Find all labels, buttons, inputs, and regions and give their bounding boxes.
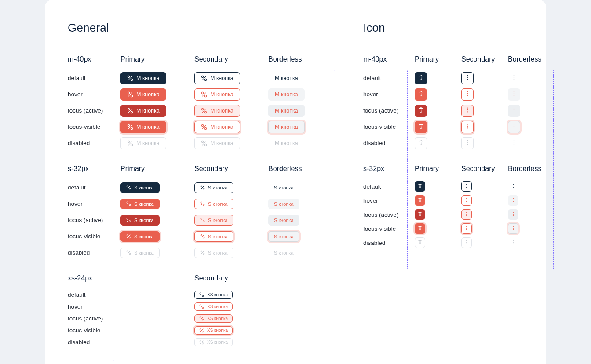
btn-s-borderless-focusvisible[interactable]: S кнопка (268, 231, 299, 242)
btn-m-primary-hover[interactable]: М кнопка (120, 88, 166, 101)
percent-icon (127, 108, 133, 114)
iconbtn-m-primary-active[interactable] (415, 105, 427, 117)
iconbtn-m-secondary-focusvisible[interactable] (461, 121, 474, 133)
dots-vertical-icon (511, 107, 517, 114)
btn-m-secondary-focusvisible[interactable]: М кнопка (194, 121, 240, 133)
state-hover: hover (363, 197, 378, 204)
btn-m-primary-focusvisible[interactable]: М кнопка (120, 121, 166, 133)
btn-s-secondary-active[interactable]: S кнопка (194, 215, 233, 226)
iconbtn-m-primary-default[interactable] (415, 72, 427, 84)
state-focus-active: focus (active) (68, 217, 103, 223)
btn-label: М кнопка (275, 140, 298, 146)
btn-label: М кнопка (136, 124, 160, 130)
iconbtn-s-borderless-active[interactable] (508, 209, 518, 220)
percent-icon (201, 75, 207, 81)
state-hover: hover (68, 91, 83, 98)
iconbtn-s-secondary-active[interactable] (461, 209, 472, 220)
state-disabled: disabled (68, 140, 90, 146)
state-default: default (363, 183, 381, 190)
iconbtn-m-primary-hover[interactable] (415, 88, 427, 101)
btn-m-primary-active[interactable]: М кнопка (120, 105, 166, 117)
trash-icon (417, 226, 423, 232)
state-focus-visible: focus-visible (363, 124, 396, 130)
iconbtn-s-primary-active[interactable] (415, 209, 425, 220)
state-default: default (363, 75, 381, 81)
variant-secondary: Secondary (461, 165, 495, 173)
btn-s-borderless-default[interactable]: S кнопка (268, 182, 299, 193)
trash-icon (417, 197, 423, 204)
btn-s-primary-default[interactable]: S кнопка (120, 182, 160, 193)
dots-vertical-icon (511, 91, 517, 98)
dots-vertical-icon (464, 107, 471, 114)
btn-m-borderless-focusvisible[interactable]: М кнопка (268, 121, 305, 133)
btn-m-secondary-default[interactable]: М кнопка (194, 72, 240, 84)
btn-m-primary-default[interactable]: М кнопка (120, 72, 166, 84)
state-focus-active: focus (active) (68, 315, 103, 322)
btn-m-borderless-default[interactable]: М кнопка (268, 72, 305, 84)
btn-s-primary-active[interactable]: S кнопка (120, 215, 160, 226)
iconbtn-m-borderless-focusvisible[interactable] (508, 121, 520, 133)
percent-icon (200, 234, 205, 239)
btn-label: М кнопка (136, 75, 160, 81)
variant-borderless: Borderless (268, 55, 302, 63)
dots-vertical-icon (464, 226, 469, 232)
percent-icon (127, 124, 133, 130)
btn-m-borderless-hover[interactable]: М кнопка (268, 88, 305, 101)
btn-s-primary-focusvisible[interactable]: S кнопка (120, 231, 160, 242)
state-focus-active: focus (active) (68, 107, 103, 114)
btn-m-secondary-active[interactable]: М кнопка (194, 105, 240, 117)
dots-vertical-icon (464, 123, 471, 131)
btn-s-secondary-focusvisible[interactable]: S кнопка (194, 231, 233, 242)
iconbtn-m-borderless-hover[interactable] (508, 88, 520, 101)
btn-s-secondary-default[interactable]: S кнопка (194, 182, 233, 193)
iconbtn-s-secondary-focusvisible[interactable] (461, 223, 472, 234)
btn-m-borderless-active[interactable]: М кнопка (268, 105, 305, 117)
iconbtn-s-primary-hover[interactable] (415, 195, 425, 206)
variant-primary: Primary (120, 55, 145, 63)
dots-vertical-icon (464, 240, 469, 246)
btn-s-borderless-hover[interactable]: S кнопка (268, 199, 299, 209)
btn-label: М кнопка (275, 124, 298, 130)
btn-s-secondary-hover[interactable]: S кнопка (194, 199, 233, 209)
dots-vertical-icon (511, 123, 517, 131)
btn-label: S кнопка (134, 201, 154, 207)
trash-icon (418, 107, 424, 114)
iconbtn-s-secondary-default[interactable] (461, 181, 472, 192)
btn-s-primary-hover[interactable]: S кнопка (120, 199, 160, 209)
iconbtn-s-primary-default[interactable] (415, 181, 425, 192)
iconbtn-m-primary-focusvisible[interactable] (415, 121, 427, 133)
btn-label: XS кнопка (207, 328, 228, 333)
size-label-m: m-40px (68, 55, 91, 63)
btn-m-secondary-disabled: М кнопка (194, 137, 240, 149)
btn-m-secondary-hover[interactable]: М кнопка (194, 88, 240, 101)
size-label-s: s-32px (363, 165, 384, 173)
iconbtn-s-primary-focusvisible[interactable] (415, 223, 425, 234)
btn-xs-secondary-default[interactable]: XS кнопка (194, 291, 233, 299)
btn-xs-secondary-hover[interactable]: XS кнопка (194, 302, 233, 311)
variant-primary: Primary (120, 165, 145, 173)
btn-label: S кнопка (274, 185, 294, 190)
btn-label: М кнопка (210, 108, 233, 114)
state-hover: hover (68, 200, 83, 207)
iconbtn-m-secondary-hover[interactable] (461, 88, 474, 101)
iconbtn-s-borderless-hover[interactable] (508, 195, 518, 206)
iconbtn-m-borderless-active[interactable] (508, 105, 520, 117)
btn-xs-secondary-focusvisible[interactable]: XS кнопка (194, 326, 233, 335)
btn-s-borderless-active[interactable]: S кнопка (268, 215, 299, 226)
btn-label: М кнопка (210, 75, 233, 81)
btn-label: М кнопка (210, 91, 233, 98)
btn-label: S кнопка (274, 234, 294, 239)
state-default: default (68, 184, 86, 191)
iconbtn-m-secondary-active[interactable] (461, 105, 474, 117)
iconbtn-s-secondary-hover[interactable] (461, 195, 472, 206)
iconbtn-m-borderless-default[interactable] (508, 72, 520, 84)
state-focus-active: focus (active) (363, 211, 398, 218)
iconbtn-m-secondary-default[interactable] (461, 72, 474, 84)
btn-m-primary-disabled: М кнопка (120, 137, 166, 149)
btn-xs-secondary-active[interactable]: XS кнопка (194, 314, 233, 323)
percent-icon (126, 185, 131, 190)
btn-label: S кнопка (134, 218, 154, 223)
btn-label: М кнопка (136, 108, 160, 114)
iconbtn-s-borderless-default[interactable] (508, 181, 518, 192)
iconbtn-s-borderless-focusvisible[interactable] (508, 223, 518, 234)
